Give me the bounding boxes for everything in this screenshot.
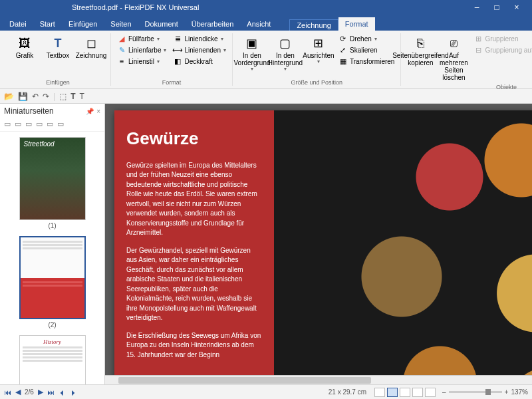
mehrere-seiten-loeschen-button[interactable]: ⎚Auf mehreren Seiten löschen — [438, 33, 469, 82]
linienfarbe-button[interactable]: ✎Linienfarbe▾ — [115, 45, 168, 55]
ribbon: 🖼Grafik TTextbox ◻Zeichnung Einfügen ◢Fü… — [0, 31, 532, 89]
zoom-out-button[interactable]: – — [442, 388, 446, 396]
line-ends-icon: ⟷ — [173, 45, 182, 55]
menu-ueberarbeiten[interactable]: Überarbeiten — [185, 17, 241, 31]
chevron-down-icon: ▾ — [284, 66, 287, 72]
ribbon-group-label: Einfügen — [9, 78, 106, 86]
menu-start[interactable]: Start — [33, 17, 62, 31]
drehen-button[interactable]: ⟳Drehen▾ — [336, 33, 396, 44]
object-tool-icon[interactable]: T — [79, 92, 84, 101]
gruppierung-aufheben-button[interactable]: ⊟Gruppierung aufheben — [471, 45, 532, 55]
view-mode-button[interactable] — [425, 388, 436, 397]
pointer-icon[interactable]: ⬚ — [59, 92, 66, 101]
textbox-icon: T — [49, 35, 66, 52]
hintergrund-button[interactable]: ▢In den Hintergrund▾ — [270, 33, 301, 74]
scrollbar-thumb[interactable] — [118, 377, 371, 384]
tool-icon[interactable]: ▭ — [25, 120, 32, 128]
paragraph: Der Gewürzhandel, speziell mit Gewürzen … — [126, 246, 262, 323]
view-mode-button[interactable] — [374, 388, 385, 397]
tool-icon[interactable]: ▭ — [4, 120, 11, 128]
text-block[interactable]: Gewürze Gewürze spielten im Europa des M… — [114, 110, 274, 384]
quick-access-toolbar: 📂 💾 ↶ ↷ | ⬚ T T — [0, 89, 532, 104]
minimize-button[interactable]: – — [467, 3, 487, 12]
menu-seiten[interactable]: Seiten — [104, 17, 138, 31]
view-mode-button[interactable] — [400, 388, 410, 397]
liniendicke-button[interactable]: ≣Liniendicke▾ — [171, 33, 228, 44]
view-mode-button[interactable] — [412, 388, 423, 397]
zoom-in-button[interactable]: + — [505, 388, 509, 396]
page-dimensions: 21 x 29.7 cm — [329, 388, 366, 396]
chevron-down-icon: ▾ — [157, 36, 160, 42]
zeichnung-button[interactable]: ◻Zeichnung — [76, 33, 106, 61]
tool-icon[interactable]: ▭ — [15, 120, 21, 128]
ribbon-group-format: ◢Füllfarbe▾ ✎Linienfarbe▾ ≡Linienstil▾ ≣… — [111, 33, 233, 86]
gruppieren-button[interactable]: ⊞Gruppieren — [471, 33, 532, 44]
save-icon[interactable]: 💾 — [18, 92, 28, 101]
horizontal-scrollbar[interactable] — [105, 375, 532, 384]
grafik-button[interactable]: 🖼Grafik — [9, 33, 40, 61]
linienstil-button[interactable]: ≡Linienstil▾ — [115, 56, 168, 66]
text-tool-icon[interactable]: T — [70, 92, 75, 101]
textbox-button[interactable]: TTextbox — [43, 33, 73, 61]
tool-icon[interactable]: ▭ — [47, 120, 53, 128]
last-page-icon[interactable]: ⏭ — [47, 388, 55, 396]
tool-icon[interactable]: ▭ — [57, 120, 64, 128]
window-title: Streetfood.pdf - FlexiPDF NX Universal — [5, 3, 467, 11]
back-icon[interactable]: ⏴ — [59, 388, 66, 396]
context-tab-group: Zeichnung — [289, 19, 338, 31]
menu-dokument[interactable]: Dokument — [138, 17, 185, 31]
scale-icon: ⤢ — [338, 45, 348, 55]
chevron-down-icon: ▾ — [157, 59, 160, 65]
sidebar-title: Miniaturseiten — [4, 106, 54, 116]
transformieren-button[interactable]: ▦Transformieren — [336, 56, 396, 66]
chevron-down-icon: ▾ — [221, 36, 223, 42]
tool-icon[interactable]: ▭ — [36, 120, 43, 128]
ungroup-icon: ⊟ — [473, 45, 483, 55]
skalieren-button[interactable]: ⤢Skalieren — [336, 45, 396, 55]
ribbon-group-label: Format — [115, 78, 228, 86]
document-page[interactable]: Gewürze Gewürze spielten im Europa des M… — [114, 110, 532, 384]
first-page-icon[interactable]: ⏮ — [4, 388, 11, 396]
page-heading: Gewürze — [126, 126, 262, 152]
menu-bar: Datei Start Einfügen Seiten Dokument Übe… — [0, 15, 532, 31]
linienenden-button[interactable]: ⟷Linienenden▾ — [171, 45, 228, 55]
prev-page-icon[interactable]: ◀ — [15, 388, 21, 396]
maximize-button[interactable]: □ — [487, 3, 507, 12]
zoom-slider[interactable] — [449, 391, 502, 393]
thumbnail[interactable]: History (3) — [13, 335, 91, 384]
menu-ansicht[interactable]: Ansicht — [240, 17, 277, 31]
zoom-slider-thumb[interactable] — [485, 389, 491, 395]
line-weight-icon: ≣ — [173, 34, 182, 43]
thumbnail[interactable]: (2) — [13, 236, 91, 329]
thumbnails-list: (1) (2) History (3) Sandwich — [0, 132, 104, 384]
vordergrund-button[interactable]: ▣In den Vordergrund▾ — [237, 33, 267, 74]
chevron-down-icon: ▾ — [374, 36, 377, 42]
page-indicator[interactable]: 2/6 — [25, 388, 34, 396]
delete-pages-icon: ⎚ — [445, 35, 462, 52]
deckkraft-button[interactable]: ◧Deckkraft — [171, 56, 228, 66]
shapes-icon: ◻ — [82, 35, 100, 52]
open-icon[interactable]: 📂 — [4, 92, 14, 101]
forward-icon[interactable]: ⏵ — [70, 388, 77, 396]
next-page-icon[interactable]: ▶ — [38, 388, 43, 396]
paragraph: Gewürze spielten im Europa des Mittelalt… — [126, 161, 262, 238]
line-color-icon: ✎ — [117, 45, 126, 55]
fuellfarbe-button[interactable]: ◢Füllfarbe▾ — [115, 33, 168, 44]
pin-icon[interactable]: 📌 — [86, 108, 94, 115]
tab-format[interactable]: Format — [338, 17, 375, 31]
thumbnail[interactable]: (1) — [13, 137, 91, 229]
title-bar: Streetfood.pdf - FlexiPDF NX Universal –… — [0, 0, 532, 15]
send-back-icon: ▢ — [277, 35, 294, 52]
close-button[interactable]: × — [507, 3, 527, 12]
undo-icon[interactable]: ↶ — [32, 92, 39, 101]
menu-einfuegen[interactable]: Einfügen — [62, 17, 104, 31]
bring-front-icon: ▣ — [243, 35, 261, 52]
ausrichten-button[interactable]: ⊞Ausrichten▾ — [303, 33, 334, 66]
menu-datei[interactable]: Datei — [3, 17, 33, 31]
close-panel-icon[interactable]: × — [96, 108, 100, 115]
zoom-level[interactable]: 137% — [511, 388, 528, 396]
redo-icon[interactable]: ↷ — [43, 92, 49, 101]
view-mode-button[interactable] — [387, 388, 398, 397]
canvas[interactable]: Gewürze Gewürze spielten im Europa des M… — [105, 104, 532, 384]
seitenuebergreifend-button[interactable]: ⎘Seitenübergreifend kopieren — [405, 33, 436, 68]
